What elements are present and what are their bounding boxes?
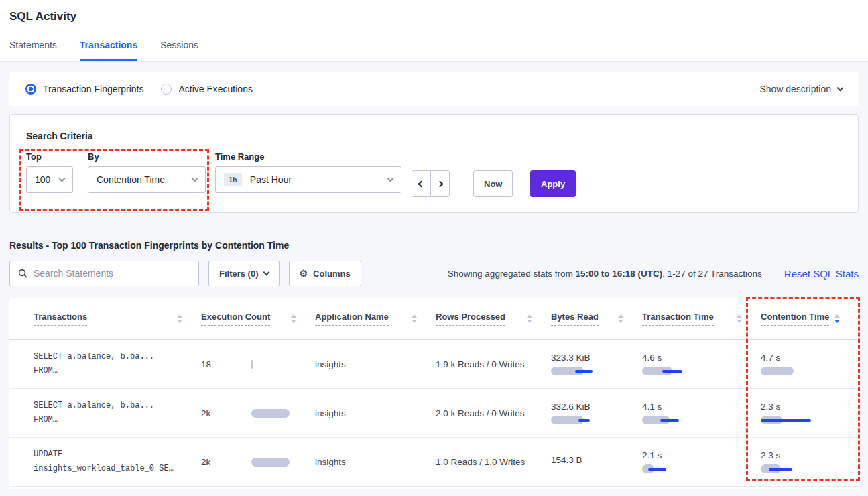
metric-bar: [551, 416, 642, 424]
table-row: UPDATEinsights_workload_table_0 SE…2kins…: [9, 438, 859, 487]
radio-active-executions[interactable]: Active Executions: [161, 84, 253, 95]
column-header-label: Application Name: [315, 312, 389, 326]
chevron-down-icon: [192, 175, 198, 182]
radio-label: Transaction Fingerprints: [43, 84, 143, 95]
metric-cell: 154.3 B: [551, 455, 642, 469]
top-label: Top: [26, 151, 73, 162]
chevron-down-icon: [263, 269, 269, 275]
column-header-label: Transactions: [34, 312, 87, 326]
sort-arrows-icon: [618, 314, 623, 323]
filters-button[interactable]: Filters (0): [208, 261, 280, 286]
column-header-transactions[interactable]: Transactions: [34, 312, 201, 326]
column-header-bytes-read[interactable]: Bytes Read: [551, 312, 642, 326]
transaction-fingerprint-link[interactable]: SELECT a.balance, b.ba...FROM…: [34, 350, 201, 378]
filters-button-label: Filters (0): [219, 269, 259, 279]
column-header-application-name[interactable]: Application Name: [315, 312, 436, 326]
transaction-fingerprint-link[interactable]: SELECT a.balance, b.ba...FROM…: [34, 399, 201, 427]
execution-count-value: 2k: [201, 457, 251, 467]
execution-count-value: 18: [201, 359, 251, 369]
search-criteria-panel: Search Criteria Top 100 By Contention Ti…: [9, 114, 859, 213]
gear-icon: ⚙: [300, 268, 308, 279]
show-description-toggle[interactable]: Show description: [759, 84, 843, 95]
time-range-control: Time Range 1h Past Hour: [215, 151, 401, 193]
time-range-badge: 1h: [224, 173, 242, 186]
search-icon: [18, 269, 27, 278]
by-label: By: [88, 151, 206, 162]
metric-bar: [251, 409, 290, 418]
rows-processed-cell: 1.9 k Reads / 0 Writes: [436, 359, 551, 369]
transaction-fingerprint-link[interactable]: UPDATEinsights_workload_table_0 SE…: [34, 448, 201, 476]
page-header: SQL Activity Statements Transactions Ses…: [0, 0, 868, 62]
radio-transaction-fingerprints[interactable]: Transaction Fingerprints: [25, 84, 143, 95]
metric-cell: 4.1 s: [642, 401, 761, 424]
execution-count-cell: 2k: [201, 457, 315, 467]
column-header-contention-time[interactable]: Contention Time: [761, 312, 859, 326]
execution-count-value: 2k: [201, 408, 251, 418]
aggregated-stats-text: Showing aggregated stats from 15:00 to 1…: [448, 269, 762, 279]
apply-button[interactable]: Apply: [530, 170, 576, 197]
metric-bar: [761, 416, 859, 424]
tab-statements[interactable]: Statements: [9, 40, 57, 61]
column-header-label: Rows Processed: [436, 312, 505, 326]
sql-activity-page: SQL Activity Statements Transactions Ses…: [0, 0, 868, 496]
time-range-step-group: [412, 170, 450, 197]
metric-value: 154.3 B: [551, 455, 642, 465]
next-range-button[interactable]: [430, 170, 450, 197]
time-range-value: Past Hour: [250, 174, 292, 185]
tab-bar: Statements Transactions Sessions: [9, 40, 859, 61]
search-criteria-heading: Search Criteria: [26, 131, 93, 141]
metric-cell: 4.6 s: [642, 353, 761, 375]
columns-button[interactable]: ⚙ Columns: [289, 261, 361, 286]
by-select[interactable]: Contention Time: [88, 166, 206, 193]
top-control: Top 100: [26, 151, 73, 193]
metric-cell: 2.3 s: [761, 450, 859, 473]
tab-sessions[interactable]: Sessions: [160, 40, 198, 61]
metric-cell: 2.1 s: [642, 450, 761, 473]
radio-label: Active Executions: [178, 84, 253, 95]
sort-arrows-icon: [291, 314, 296, 323]
rows-processed-cell: 2.0 k Reads / 0 Writes: [436, 408, 551, 418]
metric-bar: [761, 464, 859, 473]
metric-value: 323.3 KiB: [551, 353, 642, 363]
metric-cell: 4.7 s: [761, 353, 859, 375]
metric-bar: [761, 367, 859, 375]
table-row: SELECT a.balance, b.ba...FROM…2kinsights…: [9, 389, 859, 438]
view-toggle-bar: Transaction Fingerprints Active Executio…: [9, 72, 859, 106]
metric-cell: 332.6 KiB: [551, 401, 642, 424]
column-header-execution-count[interactable]: Execution Count: [201, 312, 315, 326]
column-header-rows-processed[interactable]: Rows Processed: [436, 312, 551, 326]
rows-processed-cell: 1.0 Reads / 1.0 Writes: [436, 457, 551, 467]
column-header-transaction-time[interactable]: Transaction Time: [642, 312, 761, 326]
metric-bar: [642, 464, 761, 473]
column-header-label: Bytes Read: [551, 312, 599, 326]
table-header-row: TransactionsExecution CountApplication N…: [9, 298, 859, 340]
table-row: SELECT a.balance, b.ba...FROM…18insights…: [9, 340, 859, 389]
application-name-cell: insights: [315, 408, 436, 418]
page-title: SQL Activity: [9, 10, 859, 23]
previous-range-button[interactable]: [412, 170, 431, 197]
metric-bar: [251, 360, 253, 369]
search-statements-input[interactable]: [34, 268, 190, 279]
chevron-down-icon: [387, 175, 394, 182]
metric-value: 332.6 KiB: [551, 401, 642, 412]
vertical-divider: [773, 263, 773, 284]
time-range-select[interactable]: 1h Past Hour: [215, 166, 401, 193]
metric-bar: [642, 367, 761, 375]
column-header-label: Transaction Time: [642, 312, 714, 326]
now-button[interactable]: Now: [473, 170, 513, 197]
table-body: SELECT a.balance, b.ba...FROM…18insights…: [9, 340, 859, 487]
reset-sql-stats-link[interactable]: Reset SQL Stats: [784, 268, 859, 280]
execution-count-cell: 18: [201, 359, 315, 369]
time-range-label: Time Range: [215, 151, 401, 162]
sort-arrows-icon: [177, 314, 182, 323]
transactions-table: TransactionsExecution CountApplication N…: [9, 298, 859, 489]
chevron-down-icon: [59, 175, 66, 182]
application-name-cell: insights: [315, 359, 436, 369]
sort-arrows-icon: [834, 314, 840, 323]
radio-selected-icon: [25, 84, 36, 95]
metric-value: 2.3 s: [761, 450, 859, 460]
column-header-label: Contention Time: [761, 312, 829, 326]
tab-transactions[interactable]: Transactions: [80, 40, 137, 61]
metric-value: 2.1 s: [642, 450, 761, 460]
top-select[interactable]: 100: [26, 166, 73, 193]
